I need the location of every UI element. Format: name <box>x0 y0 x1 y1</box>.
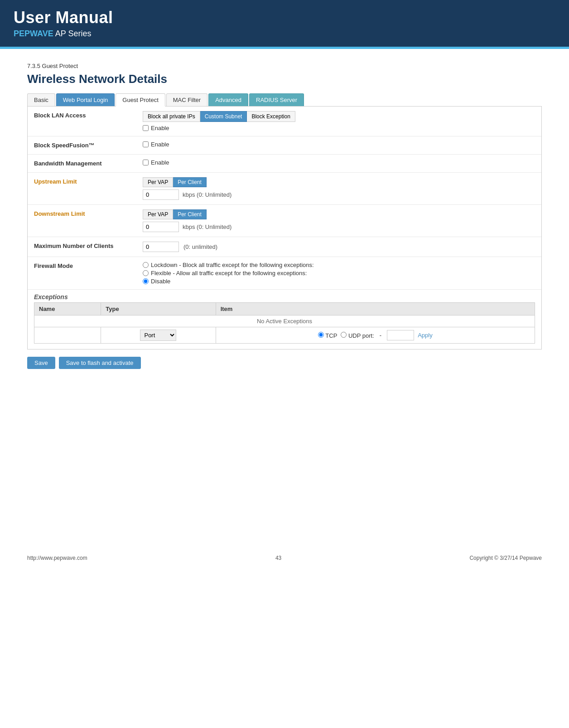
form-panel: Block LAN Access Block all private IPs C… <box>27 107 542 349</box>
footer-copyright: Copyright © 3/27/14 Pepwave <box>469 555 542 561</box>
firewall-flexible-text: Flexible - Allow all traffic except for … <box>151 270 307 277</box>
block-lan-buttons: Block all private IPs Custom Subnet Bloc… <box>143 111 535 122</box>
firewall-lockdown-text: Lockdown - Block all traffic except for … <box>151 262 314 268</box>
udp-label[interactable]: UDP port: <box>341 332 374 339</box>
main-content: 7.3.5 Guest Protect Wireless Network Det… <box>0 49 569 383</box>
exceptions-table: Name Type Item No Active Exceptions Port <box>34 302 535 344</box>
upstream-limit-row: Upstream Limit Per VAP Per Client kbps (… <box>28 173 541 205</box>
bandwidth-management-row: Bandwidth Management Enable <box>28 155 541 173</box>
downstream-input-group: kbps (0: Unlimited) <box>143 222 535 232</box>
downstream-limit-label: Downstream Limit <box>34 209 143 217</box>
upstream-per-client-btn[interactable]: Per Client <box>173 177 207 187</box>
firewall-disable-label[interactable]: Disable <box>143 278 535 285</box>
udp-radio[interactable] <box>341 332 347 338</box>
bandwidth-enable-checkbox[interactable] <box>143 160 149 165</box>
tcp-text: TCP <box>325 332 337 339</box>
add-exception-name-cell <box>34 327 101 344</box>
block-all-private-ips-btn[interactable]: Block all private IPs <box>143 111 200 122</box>
col-item: Item <box>216 303 535 315</box>
tab-radius-server[interactable]: RADIUS Server <box>249 93 304 106</box>
protocol-group: TCP UDP port: - Apply <box>318 330 433 340</box>
max-clients-label: Maximum Number of Clients <box>34 242 143 249</box>
block-speedfusion-enable-text: Enable <box>151 141 169 148</box>
col-type: Type <box>101 303 216 315</box>
tab-basic[interactable]: Basic <box>27 93 55 106</box>
downstream-unit: kbps (0: Unlimited) <box>183 223 231 230</box>
downstream-limit-row: Downstream Limit Per VAP Per Client kbps… <box>28 205 541 237</box>
exceptions-label: Exceptions <box>28 290 541 302</box>
firewall-mode-row: Firewall Mode Lockdown - Block all traff… <box>28 257 541 290</box>
upstream-per-vap-btn[interactable]: Per VAP <box>143 177 173 187</box>
upstream-limit-field: Per VAP Per Client kbps (0: Unlimited) <box>143 177 535 200</box>
block-lan-access-row: Block LAN Access Block all private IPs C… <box>28 107 541 136</box>
port-separator: - <box>380 332 381 339</box>
tab-advanced[interactable]: Advanced <box>208 93 248 106</box>
downstream-per-client-btn[interactable]: Per Client <box>173 209 207 219</box>
max-clients-field: (0: unlimited) <box>143 242 535 252</box>
block-lan-access-label: Block LAN Access <box>34 111 143 119</box>
max-clients-input[interactable] <box>143 242 179 252</box>
bottom-buttons: Save Save to flash and activate <box>27 357 542 369</box>
footer-page-number: 43 <box>87 555 470 561</box>
block-lan-enable-text: Enable <box>151 125 169 131</box>
add-exception-item-cell: TCP UDP port: - Apply <box>216 327 535 344</box>
brand-name: PEPWAVE <box>14 29 53 38</box>
bandwidth-enable-text: Enable <box>151 159 169 166</box>
no-exceptions-text: No Active Exceptions <box>34 315 535 327</box>
downstream-per-vap-btn[interactable]: Per VAP <box>143 209 173 219</box>
block-speedfusion-label: Block SpeedFusion™ <box>34 141 143 149</box>
block-speedfusion-checkbox[interactable] <box>143 141 149 147</box>
footer-url: http://www.pepwave.com <box>27 555 87 561</box>
port-input[interactable] <box>387 330 414 340</box>
custom-subnet-btn[interactable]: Custom Subnet <box>200 111 247 122</box>
tab-web-portal-login[interactable]: Web Portal Login <box>56 93 115 106</box>
block-speedfusion-enable-label[interactable]: Enable <box>143 141 535 148</box>
firewall-disable-radio[interactable] <box>143 278 149 284</box>
firewall-lockdown-label[interactable]: Lockdown - Block all traffic except for … <box>143 262 535 268</box>
downstream-toggle-group: Per VAP Per Client <box>143 209 535 219</box>
downstream-value-input[interactable] <box>143 222 179 232</box>
upstream-limit-label: Upstream Limit <box>34 177 143 185</box>
block-exception-btn[interactable]: Block Exception <box>247 111 295 122</box>
header-subtitle-rest: AP Series <box>53 29 92 38</box>
upstream-value-input[interactable] <box>143 189 179 200</box>
max-clients-input-group: (0: unlimited) <box>143 242 535 252</box>
bandwidth-management-field: Enable <box>143 159 535 166</box>
upstream-unit: kbps (0: Unlimited) <box>183 191 231 198</box>
firewall-flexible-radio[interactable] <box>143 270 149 276</box>
firewall-mode-field: Lockdown - Block all traffic except for … <box>143 262 535 285</box>
block-speedfusion-field: Enable <box>143 141 535 148</box>
firewall-lockdown-radio[interactable] <box>143 262 149 268</box>
section-label: 7.3.5 Guest Protect <box>27 63 542 69</box>
firewall-mode-label: Firewall Mode <box>34 262 143 269</box>
block-lan-enable-checkbox[interactable] <box>143 125 149 131</box>
col-name: Name <box>34 303 101 315</box>
bandwidth-enable-label[interactable]: Enable <box>143 159 535 166</box>
exception-type-select[interactable]: Port <box>140 330 176 341</box>
tcp-radio[interactable] <box>318 332 324 338</box>
header: User Manual PEPWAVE AP Series <box>0 0 569 47</box>
firewall-disable-text: Disable <box>151 278 170 285</box>
upstream-toggle-group: Per VAP Per Client <box>143 177 535 187</box>
save-button[interactable]: Save <box>27 357 55 369</box>
tabs-container: Basic Web Portal Login Guest Protect MAC… <box>27 93 542 107</box>
apply-link[interactable]: Apply <box>418 332 433 339</box>
no-exceptions-row: No Active Exceptions <box>34 315 535 327</box>
page-heading: Wireless Network Details <box>27 72 542 86</box>
block-lan-enable-label[interactable]: Enable <box>143 125 535 131</box>
block-speedfusion-row: Block SpeedFusion™ Enable <box>28 136 541 155</box>
add-exception-row: Port TCP UDP port: <box>34 327 535 344</box>
firewall-flexible-label[interactable]: Flexible - Allow all traffic except for … <box>143 270 535 277</box>
tab-guest-protect[interactable]: Guest Protect <box>116 93 165 107</box>
header-title: User Manual <box>14 8 555 27</box>
exceptions-table-container: Name Type Item No Active Exceptions Port <box>28 302 541 349</box>
udp-text: UDP port: <box>348 332 374 339</box>
tcp-label[interactable]: TCP <box>318 332 337 339</box>
downstream-limit-field: Per VAP Per Client kbps (0: Unlimited) <box>143 209 535 232</box>
bandwidth-management-label: Bandwidth Management <box>34 159 143 167</box>
tab-mac-filter[interactable]: MAC Filter <box>166 93 207 106</box>
max-clients-unit: (0: unlimited) <box>183 243 217 250</box>
save-flash-button[interactable]: Save to flash and activate <box>59 357 141 369</box>
max-clients-row: Maximum Number of Clients (0: unlimited) <box>28 237 541 257</box>
upstream-input-group: kbps (0: Unlimited) <box>143 189 535 200</box>
